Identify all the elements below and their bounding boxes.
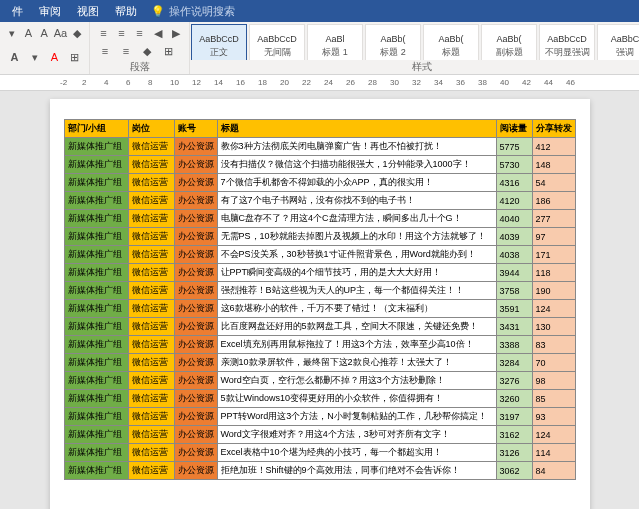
header-reads: 阅读量 <box>496 120 532 138</box>
bulb-icon: 💡 <box>151 5 165 18</box>
ruler-tick: 34 <box>434 78 443 87</box>
cell: 190 <box>532 282 575 300</box>
cell: 办公资源 <box>174 228 217 246</box>
cell: 70 <box>532 354 575 372</box>
multilevel-button[interactable]: ≡ <box>132 24 147 42</box>
style-name: 标题 <box>442 46 460 59</box>
cell: 新媒体推广组 <box>64 444 128 462</box>
style-preview: AaBb( <box>380 34 405 44</box>
shrink-font-button[interactable]: A <box>38 24 51 42</box>
cell: 83 <box>532 336 575 354</box>
tab-2[interactable]: 视图 <box>69 4 107 19</box>
indent-left-button[interactable]: ◀ <box>150 24 165 42</box>
table-row: 新媒体推广组微信运营办公资源让PPT瞬间变高级的4个细节技巧，用的是大大大好用！… <box>64 264 575 282</box>
cell: 办公资源 <box>174 408 217 426</box>
cell: 不会PS没关系，30秒替换1寸证件照背景色，用Word就能办到！ <box>217 246 496 264</box>
ruler-tick: 28 <box>368 78 377 87</box>
style-preview: AaBbCcD <box>257 34 297 44</box>
cell: 3062 <box>496 462 532 480</box>
cell: 412 <box>532 138 575 156</box>
cell: 这6款堪称小的软件，千万不要了错过！（文末福利） <box>217 300 496 318</box>
cell: 没有扫描仪？微信这个扫描功能很强大，1分钟能录入1000字！ <box>217 156 496 174</box>
cell: 3260 <box>496 390 532 408</box>
tab-1[interactable]: 审阅 <box>31 4 69 19</box>
help-search-text: 操作说明搜索 <box>169 4 235 19</box>
tab-3[interactable]: 帮助 <box>107 4 145 19</box>
help-search[interactable]: 💡 操作说明搜索 <box>151 4 235 19</box>
cell: 微信运营 <box>128 210 174 228</box>
cell: 新媒体推广组 <box>64 300 128 318</box>
style-标题 1[interactable]: AaBl标题 1 <box>307 24 363 60</box>
ruler-tick: 10 <box>170 78 179 87</box>
cell: 新媒体推广组 <box>64 246 128 264</box>
style-name: 强调 <box>616 46 634 59</box>
style-不明显强调[interactable]: AaBbCcD不明显强调 <box>539 24 595 60</box>
cell: 4040 <box>496 210 532 228</box>
style-副标题[interactable]: AaBb(副标题 <box>481 24 537 60</box>
change-case-button[interactable]: Aa <box>54 24 67 42</box>
style-标题 2[interactable]: AaBb(标题 2 <box>365 24 421 60</box>
cell: 新媒体推广组 <box>64 156 128 174</box>
style-标题[interactable]: AaBb(标题 <box>423 24 479 60</box>
style-正文[interactable]: AaBbCcD正文 <box>191 24 247 60</box>
ruler-tick: 32 <box>412 78 421 87</box>
ruler-tick: 4 <box>104 78 108 87</box>
styles-gallery[interactable]: AaBbCcD正文AaBbCcD无间隔AaBl标题 1AaBb(标题 2AaBb… <box>190 22 639 60</box>
indent-right-button[interactable]: ▶ <box>168 24 183 42</box>
borders-button[interactable]: ⊞ <box>159 42 177 60</box>
table-row: 新媒体推广组微信运营办公资源无需PS，10秒就能去掉图片及视频上的水印！用这个方… <box>64 228 575 246</box>
header-account: 账号 <box>174 120 217 138</box>
bullets-button[interactable]: ≡ <box>96 24 111 42</box>
font-color-button[interactable]: A <box>46 48 63 66</box>
ribbon-tabs: 件 审阅 视图 帮助 💡 操作说明搜索 <box>0 0 639 22</box>
style-无间隔[interactable]: AaBbCcD无间隔 <box>249 24 305 60</box>
ruler-tick: 42 <box>522 78 531 87</box>
cell: 微信运营 <box>128 192 174 210</box>
cell: 新媒体推广组 <box>64 138 128 156</box>
grow-font-button[interactable]: A <box>22 24 35 42</box>
cell: Excel填充别再用鼠标拖拉了！用这3个方法，效率至少高10倍！ <box>217 336 496 354</box>
cell: 4039 <box>496 228 532 246</box>
ruler-tick: 38 <box>478 78 487 87</box>
bold-button[interactable]: A <box>6 48 23 66</box>
table-row: 新媒体推广组微信运营办公资源7个微信手机都舍不得卸载的小众APP，真的很实用！4… <box>64 174 575 192</box>
header-role: 岗位 <box>128 120 174 138</box>
header-title: 标题 <box>217 120 496 138</box>
clear-format-button[interactable]: ◆ <box>70 24 83 42</box>
cell: 3284 <box>496 354 532 372</box>
cell: 微信运营 <box>128 372 174 390</box>
tab-0[interactable]: 件 <box>4 4 31 19</box>
cell: 新媒体推广组 <box>64 210 128 228</box>
cell: 新媒体推广组 <box>64 462 128 480</box>
highlight-button[interactable]: ▾ <box>26 48 43 66</box>
cell: 办公资源 <box>174 246 217 264</box>
table-row: 新媒体推广组微信运营办公资源Word空白页，空行怎么都删不掉？用这3个方法秒删除… <box>64 372 575 390</box>
cell: 微信运营 <box>128 462 174 480</box>
cell: 148 <box>532 156 575 174</box>
shading-button[interactable]: ◆ <box>138 42 156 60</box>
style-preview: AaBl <box>325 34 344 44</box>
cell: 办公资源 <box>174 390 217 408</box>
cell: 118 <box>532 264 575 282</box>
style-强调[interactable]: AaBbC强调 <box>597 24 639 60</box>
cell: 98 <box>532 372 575 390</box>
table-row: 新媒体推广组微信运营办公资源5款让Windows10变得更好用的小众软件，你值得… <box>64 390 575 408</box>
cell: PPT转Word用这3个方法，N小时复制粘贴的工作，几秒帮你搞定！ <box>217 408 496 426</box>
ruler-tick: 20 <box>280 78 289 87</box>
horizontal-ruler[interactable]: -224681012141618202224262830323436384042… <box>0 75 639 91</box>
align-center-button[interactable]: ≡ <box>117 42 135 60</box>
border-button[interactable]: ⊞ <box>66 48 83 66</box>
numbering-button[interactable]: ≡ <box>114 24 129 42</box>
cell: 97 <box>532 228 575 246</box>
cell: 新媒体推广组 <box>64 192 128 210</box>
data-table: 部门/小组 岗位 账号 标题 阅读量 分享转发 新媒体推广组微信运营办公资源教你… <box>64 119 576 480</box>
cell: 微信运营 <box>128 246 174 264</box>
cell: 3431 <box>496 318 532 336</box>
align-left-button[interactable]: ≡ <box>96 42 114 60</box>
cell: 3591 <box>496 300 532 318</box>
cell: 新媒体推广组 <box>64 264 128 282</box>
cell: 3758 <box>496 282 532 300</box>
cell: 277 <box>532 210 575 228</box>
cell: 新媒体推广组 <box>64 408 128 426</box>
font-dropdown[interactable]: ▾ <box>6 24 19 42</box>
